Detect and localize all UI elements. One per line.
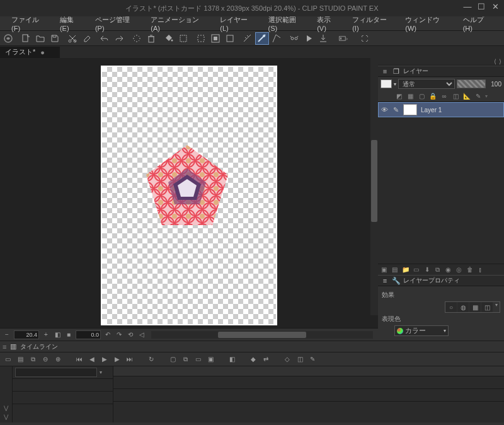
tl-clip-icon[interactable]: ◫ (295, 354, 305, 364)
tl-first-icon[interactable]: ⏮ (74, 354, 84, 364)
color-effect-icon[interactable]: ▦ (469, 302, 481, 312)
menu-help[interactable]: ヘルプ(H) (457, 14, 499, 33)
horizontal-scrollbar[interactable] (151, 331, 373, 339)
edit-target-icon[interactable]: ✎ (390, 106, 401, 114)
maximize-button[interactable]: ☐ (475, 1, 488, 11)
menu-animation[interactable]: アニメーション(A) (144, 14, 214, 33)
tl-cel-copy-icon[interactable]: ⧉ (180, 354, 190, 364)
canvas-viewport[interactable] (0, 58, 378, 328)
new-frame-icon[interactable]: ▭ (411, 265, 421, 274)
tl-loop-icon[interactable]: ↻ (146, 354, 156, 364)
layer-color-swatch[interactable] (381, 79, 392, 88)
invert-icon[interactable] (209, 32, 222, 45)
tl-next-icon[interactable]: ▶ (112, 354, 122, 364)
tl-play-icon[interactable]: ▶ (100, 354, 110, 364)
transform-icon[interactable] (176, 32, 190, 45)
tl-frame-icon[interactable]: ▣ (205, 354, 215, 364)
minimize-button[interactable]: — (461, 1, 474, 11)
delete-layer-icon[interactable]: 🗑 (465, 265, 474, 274)
tl-onion-icon[interactable]: ◧ (227, 354, 237, 364)
tl-new-icon[interactable]: ▭ (3, 354, 13, 364)
layer-thumbnail[interactable] (403, 104, 417, 115)
snap-grid-icon[interactable] (270, 32, 284, 45)
grip-icon[interactable]: ⋁ (4, 405, 8, 411)
play-icon[interactable] (302, 32, 316, 45)
menu-select[interactable]: 選択範囲(S) (262, 14, 311, 33)
document-tab[interactable]: イラスト* ● (0, 47, 60, 58)
apply-mask-icon[interactable]: ◎ (454, 265, 464, 274)
select-rect-icon[interactable] (194, 32, 208, 45)
menu-page[interactable]: ページ管理(P) (89, 14, 144, 33)
palette-icon[interactable] (334, 32, 353, 45)
visibility-icon[interactable]: 👁 (379, 106, 390, 114)
menu-edit[interactable]: 編集(E) (54, 14, 89, 33)
tl-light-icon[interactable]: ◇ (282, 354, 292, 364)
canvas[interactable] (101, 66, 277, 325)
clear-icon[interactable] (144, 32, 158, 45)
reset-rotate-button[interactable]: ⟲ (126, 330, 135, 339)
layer-prop-header[interactable]: ≡ 🔧 レイヤープロパティ (378, 275, 504, 286)
download-icon[interactable] (316, 32, 330, 45)
timeline-header[interactable]: ≡ ▥ タイムライン (0, 341, 504, 352)
new-vector-icon[interactable]: ▤ (390, 265, 399, 274)
opacity-slider[interactable] (457, 79, 486, 88)
merge-down-icon[interactable]: ⧉ (433, 265, 442, 274)
loading-icon[interactable] (130, 32, 144, 45)
tl-key-icon[interactable]: ◆ (248, 354, 258, 364)
tl-prev-icon[interactable]: ◀ (87, 354, 97, 364)
add-mask-icon[interactable]: ◉ (444, 265, 453, 274)
rotation-input[interactable] (76, 330, 101, 339)
panel-menu-icon[interactable]: ≡ (381, 67, 389, 76)
zoom-out-button[interactable]: − (3, 330, 11, 339)
tl-zoomin-icon[interactable]: ⊕ (53, 354, 63, 364)
lock-icon[interactable]: 🔒 (428, 92, 437, 101)
zoom-in-button[interactable]: + (42, 330, 50, 339)
link-icon[interactable]: ∞ (440, 92, 449, 101)
expression-effect-icon[interactable]: ◫ (481, 302, 493, 312)
assist-icon[interactable] (287, 32, 301, 45)
actual-button[interactable]: ■ (64, 330, 73, 339)
timeline-tracks[interactable] (113, 366, 504, 422)
fill-icon[interactable] (162, 32, 176, 45)
layer-row[interactable]: 👁 ✎ Layer 1 (378, 102, 504, 117)
tl-interp-icon[interactable]: ⇄ (261, 354, 271, 364)
tone-effect-icon[interactable]: ◍ (457, 302, 469, 312)
layer-panel-header[interactable]: ≡ ❐ レイヤー (378, 66, 504, 77)
reference-icon[interactable]: ▦ (406, 92, 415, 101)
mask-icon[interactable]: ◫ (451, 92, 460, 101)
open-icon[interactable] (33, 32, 47, 45)
snap-special-icon[interactable] (255, 32, 269, 45)
save-icon[interactable] (48, 32, 62, 45)
gear-icon[interactable]: ⛶ (357, 32, 370, 45)
tl-last-icon[interactable]: ⏭ (125, 354, 135, 364)
tl-cel-new-icon[interactable]: ▢ (168, 354, 178, 364)
panel-prev-icon[interactable]: ⟨ (494, 58, 496, 65)
snap-ruler-icon[interactable] (241, 32, 255, 45)
panel-menu-icon[interactable]: ≡ (381, 276, 389, 285)
rotate-cw-button[interactable]: ↷ (115, 330, 123, 339)
transfer-down-icon[interactable]: ⬇ (422, 265, 432, 274)
panel-menu-icon[interactable]: ≡ (3, 343, 6, 351)
menu-view[interactable]: 表示(V) (311, 14, 346, 33)
deselect-icon[interactable] (223, 32, 237, 45)
menu-filter[interactable]: フィルター(I) (346, 14, 399, 33)
fit-button[interactable]: ◧ (53, 330, 62, 339)
redo-icon[interactable] (112, 32, 126, 45)
layer-name[interactable]: Layer 1 (419, 107, 503, 114)
rotate-ccw-button[interactable]: ↶ (103, 330, 112, 339)
tl-list-icon[interactable]: ▤ (15, 354, 25, 364)
tl-pen-icon[interactable]: ✎ (307, 354, 318, 364)
new-icon[interactable] (19, 32, 33, 45)
tl-zoomout-icon[interactable]: ⊖ (40, 354, 50, 364)
color-mode-select[interactable]: カラー ▾ (394, 325, 449, 336)
timeline-select[interactable] (15, 368, 97, 377)
two-pane-icon[interactable]: ⫿ (476, 265, 485, 274)
menu-layer[interactable]: レイヤー(L) (214, 14, 261, 33)
swatch-dropdown-icon[interactable]: ▾ (394, 81, 396, 87)
cut-icon[interactable] (66, 32, 79, 45)
zoom-input[interactable] (14, 330, 39, 339)
grip-icon[interactable]: ⋁ (4, 414, 8, 420)
panel-next-icon[interactable]: ⟩ (499, 58, 501, 65)
new-folder-icon[interactable]: 📁 (401, 265, 410, 274)
flip-button[interactable]: ◁ (137, 330, 146, 339)
